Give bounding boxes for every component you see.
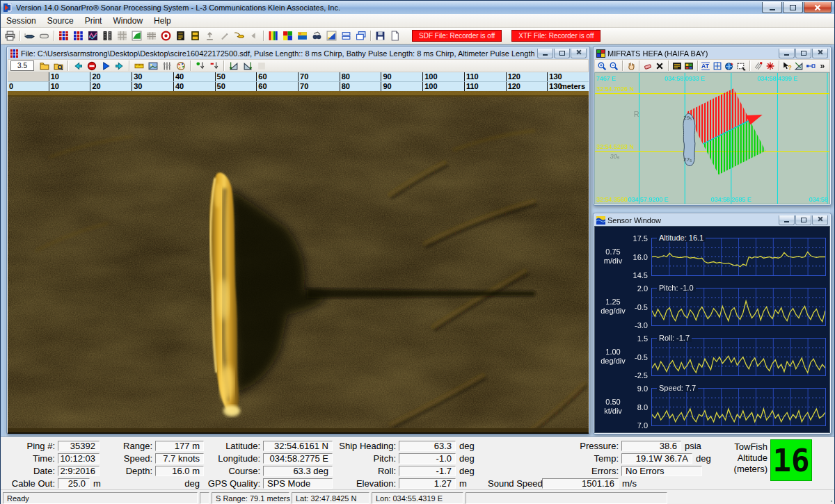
map-window-title-bar[interactable]: MIFRATS HEFA (HAIFA BAY) [594, 47, 830, 59]
sonar-window-title-bar[interactable]: File: C:\Users\sarmstrong\Desktop\Deskto… [8, 47, 589, 59]
stacked-windows-icon[interactable] [339, 29, 353, 42]
menu-source[interactable]: Source [42, 15, 79, 27]
range-label: Range: [102, 441, 155, 451]
center-view-icon[interactable] [712, 60, 723, 72]
sonar-close-button[interactable] [571, 49, 587, 58]
nav-back-icon[interactable] [71, 60, 84, 72]
range-scale-input[interactable]: 3.5 [10, 60, 34, 71]
print-icon[interactable] [3, 29, 17, 42]
minimize-button[interactable] [762, 2, 782, 13]
sonar-coverage-swath [687, 82, 778, 174]
save-icon[interactable] [373, 29, 388, 42]
map-label-bottom-mid: 034:58.2685 E [711, 196, 752, 203]
review-icon[interactable] [310, 29, 324, 42]
sensor-window-title-bar[interactable]: Sensor Window [594, 214, 830, 226]
insert-marker-green-icon[interactable] [193, 60, 207, 72]
time-label: Time: [2, 453, 58, 464]
slope-chart-icon[interactable] [324, 29, 339, 42]
file-search-icon[interactable] [51, 60, 65, 72]
toolbar-overflow-chevron[interactable]: » [817, 60, 828, 72]
delete-x-icon[interactable] [654, 60, 665, 72]
xtf-recorder-indicator[interactable]: XTF File: Recorder is off [511, 30, 601, 42]
draw-disabled-icon [217, 29, 232, 42]
tow-cable-icon[interactable] [232, 29, 246, 42]
close-button[interactable] [804, 2, 832, 13]
towfish-icon[interactable] [22, 29, 37, 42]
sonar-display-1-icon[interactable] [56, 29, 71, 42]
map-window[interactable]: MIFRATS HEFA (HAIFA BAY) AT [593, 46, 832, 206]
sensor-minimize-button[interactable] [779, 216, 795, 225]
sensor-close-button[interactable] [812, 216, 828, 225]
palette-icon[interactable] [174, 60, 187, 72]
cascade-windows-icon[interactable] [353, 29, 368, 42]
menu-session[interactable]: Session [1, 15, 42, 27]
altitude-div-unit: m/div [604, 257, 622, 266]
layers-color-icon[interactable] [683, 60, 694, 72]
pitch-div-unit: deg/div [601, 307, 625, 316]
sonar-display-2-icon[interactable] [71, 29, 86, 42]
play-icon[interactable] [99, 60, 112, 72]
menu-window[interactable]: Window [107, 15, 148, 27]
ruler-mark: 70 [298, 72, 340, 81]
map-minimize-button[interactable] [779, 49, 795, 58]
waterfall-icon[interactable] [86, 29, 100, 42]
sea-view-icon[interactable] [295, 29, 310, 42]
eraser-icon[interactable] [642, 60, 653, 72]
sonar-minimize-button[interactable] [537, 49, 553, 58]
ruler-mark: 40 [173, 72, 215, 81]
palette-bars-icon[interactable] [266, 29, 280, 42]
pan-hand-icon[interactable] [626, 60, 637, 72]
map-chart-area[interactable]: 7467 E 034:58.0933 E 034:58.4399 E 32:54… [594, 72, 830, 204]
course-label: Course: [196, 466, 263, 476]
contact-star-icon[interactable] [765, 60, 776, 72]
stop-playback-icon[interactable] [85, 60, 98, 72]
scan-display-icon[interactable] [100, 29, 115, 42]
pin-link-icon[interactable] [805, 60, 816, 72]
target-icon[interactable] [159, 29, 173, 42]
cursor-query-icon[interactable]: ? [781, 60, 793, 72]
angle-measure-icon[interactable] [793, 60, 804, 72]
sensor-window[interactable]: Sensor Window 0.75m/div 17.516.014.5 Alt… [593, 213, 832, 434]
grazing-angle-left-icon[interactable] [227, 60, 240, 72]
menu-help[interactable]: Help [148, 15, 177, 27]
resize-grip[interactable] [825, 499, 834, 504]
maximize-button[interactable] [783, 2, 803, 13]
ruler-mark: 80 [340, 82, 381, 91]
sonar-waterfall-image[interactable] [8, 91, 589, 434]
select-rect-icon[interactable] [735, 60, 747, 72]
zoom-in-icon[interactable] [596, 60, 607, 72]
new-document-icon[interactable] [388, 29, 402, 42]
layers-dark-icon[interactable] [671, 60, 683, 72]
log-document-icon[interactable] [173, 29, 188, 42]
coverage-chart-icon[interactable] [129, 29, 144, 42]
annotation-document-icon[interactable] [188, 29, 202, 42]
sdf-recorder-indicator[interactable]: SDF File: Recorder is off [412, 30, 502, 42]
sliders-icon[interactable] [160, 60, 173, 72]
roll-div-unit: deg/div [601, 357, 625, 366]
map-close-button[interactable] [812, 49, 828, 58]
pressure-value: 38.6 [621, 441, 681, 451]
temp-unit: deg [696, 453, 711, 464]
sensor-maximize-button[interactable] [795, 216, 811, 225]
image-view-icon[interactable] [146, 60, 159, 72]
zoom-out-icon[interactable] [608, 60, 619, 72]
map-label-contour: 30₅ [610, 153, 620, 160]
nav-forward-icon[interactable] [113, 60, 126, 72]
button-bar-icon[interactable] [37, 29, 51, 42]
map-label-top-left: 7467 E [596, 75, 616, 82]
globe-icon[interactable] [724, 60, 735, 72]
sonar-maximize-button[interactable] [554, 49, 570, 58]
map-depth-top: 29₅ [683, 115, 692, 121]
contact-hatch-icon[interactable] [753, 60, 764, 72]
sonar-window[interactable]: File: C:\Users\sarmstrong\Desktop\Deskto… [6, 46, 590, 434]
speed-chart-title: Speed: 7.7 [657, 384, 698, 392]
menu-print[interactable]: Print [79, 15, 108, 27]
insert-marker-red-icon[interactable] [207, 60, 221, 72]
map-maximize-button[interactable] [795, 49, 811, 58]
color-tiles-icon[interactable] [280, 29, 295, 42]
grazing-angle-right-icon[interactable] [241, 60, 254, 72]
open-file-icon[interactable] [38, 60, 51, 72]
ruler-icon[interactable] [132, 60, 145, 72]
annotate-text-icon[interactable]: AT [700, 60, 711, 72]
speed-div-unit: kt/div [604, 407, 622, 416]
